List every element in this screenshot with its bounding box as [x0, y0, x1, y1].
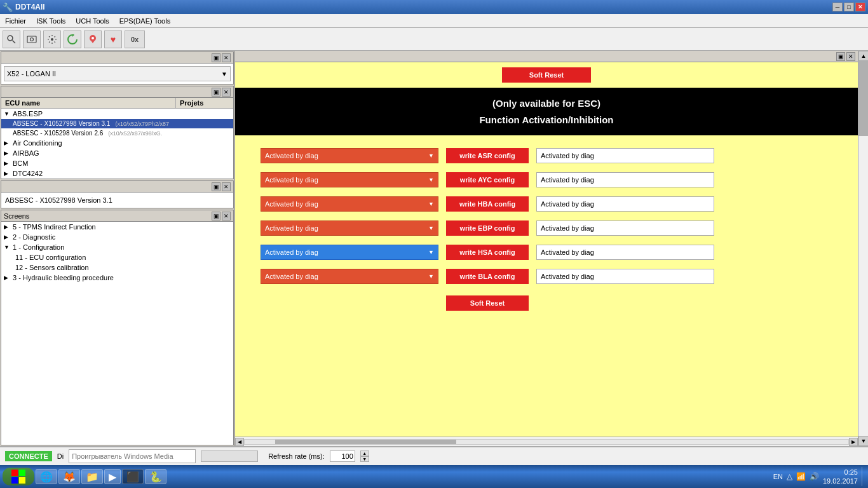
vscroll-down[interactable]: ▼: [858, 436, 868, 446]
asr-dropdown[interactable]: Activated by diag ▼: [261, 148, 438, 163]
main-area: ▣ ✕ X52 - LOGAN II ▼ ▣ ✕: [0, 51, 868, 446]
menu-fichier[interactable]: Fichier: [0, 16, 31, 26]
refresh-label: Refresh rate (ms):: [268, 452, 325, 460]
menu-eps-dae-tools[interactable]: EPS(DAE) Tools: [114, 16, 176, 26]
screen-hydraulic-label: 3 - Hydraulic bleeding procedure: [13, 274, 114, 281]
show-desktop-btn[interactable]: [862, 467, 865, 486]
refresh-down[interactable]: ▼: [360, 456, 369, 462]
refresh-up[interactable]: ▲: [360, 451, 369, 456]
ecu-tree-absesc2-detail: (x10/x52/x87/x98/xG.: [108, 130, 162, 137]
bla-result: Activated by diag: [536, 269, 714, 284]
content-hscroll-thumb[interactable]: [275, 440, 456, 444]
ecu-tree-abs[interactable]: ▼ ABS.ESP: [1, 109, 233, 119]
ecu-tree-absesc1-label: ABSESC - X10527998 Version 3.1: [13, 120, 110, 127]
svg-rect-7: [19, 470, 25, 476]
screen-diag-expand: ▶: [4, 234, 13, 240]
hex-button[interactable]: 0x: [125, 30, 145, 48]
details-panel-close[interactable]: ✕: [222, 182, 231, 191]
ebp-dropdown[interactable]: Activated by diag ▼: [261, 220, 438, 236]
vehicle-panel: ▣ ✕ X52 - LOGAN II ▼: [1, 51, 234, 85]
toolbar: ♥ 0x: [0, 28, 868, 51]
config-row-ayc: Activated by diag ▼ write AYC config Act…: [261, 172, 832, 187]
vehicle-panel-close[interactable]: ✕: [222, 53, 231, 62]
ecu-panel-close[interactable]: ✕: [222, 88, 231, 97]
maximize-button[interactable]: □: [844, 3, 854, 11]
ecu-tree-airbag-label: AIRBAG: [13, 149, 39, 157]
ecu-tree-dtc[interactable]: ▶ DTC4242: [1, 168, 233, 179]
taskbar-firefox[interactable]: 🦊: [58, 469, 80, 484]
ecu-tree-absesc1[interactable]: ABSESC - X10527998 Version 3.1 (x10/x52/…: [1, 119, 233, 128]
write-bla-button[interactable]: write BLA config: [446, 269, 529, 284]
content-scroll-area[interactable]: Soft Reset (Only available for ESC) Func…: [235, 62, 858, 437]
ecu-tree-aircon[interactable]: ▶ Air Conditioning: [1, 138, 233, 148]
write-hsa-button[interactable]: write HSA config: [446, 245, 529, 260]
menu-uch-tools[interactable]: UCH Tools: [71, 16, 114, 26]
taskbar: 🌐 🦊 📁 ▶ ⬛ 🐍 EN △ 📶 🔊 0:25 19.02.2017: [0, 465, 868, 488]
refresh-spinner[interactable]: ▲ ▼: [360, 451, 369, 462]
screen-config[interactable]: ▼ 1 - Configuration: [1, 242, 233, 252]
menu-isk-tools[interactable]: ISK Tools: [31, 16, 71, 26]
ecu-tree-bcm[interactable]: ▶ BCM: [1, 158, 233, 168]
search-button[interactable]: [3, 30, 20, 48]
tray-lang: EN: [773, 473, 783, 480]
write-ebp-button[interactable]: write EBP config: [446, 220, 529, 236]
write-hba-button[interactable]: write HBA config: [446, 196, 529, 212]
screens-header-label: Screens: [4, 212, 29, 220]
vehicle-panel-header: ▣ ✕: [1, 52, 233, 64]
svg-point-0: [8, 36, 13, 41]
content-hscrollbar[interactable]: ◀ ▶: [235, 437, 858, 446]
soft-reset-top-button[interactable]: Soft Reset: [502, 67, 591, 83]
vscroll-up[interactable]: ▲: [858, 51, 868, 61]
hsa-dropdown-label: Activated by diag: [265, 248, 318, 256]
bla-dropdown[interactable]: Activated by diag ▼: [261, 269, 438, 284]
content-hscroll-left[interactable]: ◀: [235, 438, 244, 446]
close-button[interactable]: ✕: [855, 3, 865, 11]
write-asr-button[interactable]: write ASR config: [446, 148, 529, 163]
ecu-tree-absesc2[interactable]: ABSESC - X105298 Version 2.6 (x10/x52/x8…: [1, 128, 233, 138]
expand-icon-bcm: ▶: [4, 160, 13, 166]
screen-sensors-cal[interactable]: 12 - Sensors calibration: [1, 262, 233, 273]
screenshot-button[interactable]: [23, 30, 41, 48]
ecu-tree-airbag[interactable]: ▶ AIRBAG: [1, 148, 233, 158]
vehicle-dropdown[interactable]: X52 - LOGAN II ▼: [4, 66, 231, 81]
taskbar-media[interactable]: ▶: [104, 469, 121, 484]
taskbar-explorer[interactable]: 📁: [81, 469, 103, 484]
right-panel-restore[interactable]: ▣: [836, 52, 845, 61]
content-hscroll-right[interactable]: ▶: [849, 438, 858, 446]
write-ayc-button[interactable]: write AYC config: [446, 172, 529, 187]
settings-button[interactable]: [43, 30, 61, 48]
svg-point-5: [92, 37, 94, 39]
media-player-input[interactable]: [69, 449, 196, 463]
clock-date: 19.02.2017: [823, 477, 858, 485]
vscroll-thumb[interactable]: [858, 61, 868, 136]
screens-panel-restore[interactable]: ▣: [212, 212, 220, 220]
clock-time: 0:25: [823, 468, 858, 477]
screen-tpms[interactable]: ▶ 5 - TPMS Indirect Function: [1, 222, 233, 232]
start-button[interactable]: [3, 468, 34, 485]
screen-hydraulic[interactable]: ▶ 3 - Hydraulic bleeding procedure: [1, 273, 233, 283]
connect-button[interactable]: [84, 30, 102, 48]
hsa-dropdown[interactable]: Activated by diag ▼: [261, 245, 438, 260]
minimize-button[interactable]: ─: [832, 3, 843, 11]
screen-ecu-config[interactable]: 11 - ECU configuration: [1, 252, 233, 262]
screens-panel-close[interactable]: ✕: [222, 212, 231, 220]
taskbar-browser1[interactable]: 🌐: [36, 469, 57, 484]
hba-dropdown[interactable]: Activated by diag ▼: [261, 196, 438, 212]
vehicle-panel-restore[interactable]: ▣: [212, 53, 220, 62]
taskbar-python[interactable]: 🐍: [145, 469, 166, 484]
ayc-dropdown-arrow: ▼: [428, 177, 434, 183]
heart-button[interactable]: ♥: [104, 30, 122, 48]
screen-diag-label: 2 - Diagnostic: [13, 233, 55, 241]
taskbar-cmd[interactable]: ⬛: [122, 469, 144, 484]
right-panel-close[interactable]: ✕: [846, 52, 855, 61]
ayc-dropdown[interactable]: Activated by diag ▼: [261, 172, 438, 187]
ecu-panel-restore[interactable]: ▣: [212, 88, 220, 97]
screen-diag[interactable]: ▶ 2 - Diagnostic: [1, 232, 233, 242]
refresh-value[interactable]: [330, 451, 355, 462]
refresh-button[interactable]: [64, 30, 81, 48]
svg-rect-8: [11, 477, 18, 484]
soft-reset-bottom-button[interactable]: Soft Reset: [446, 295, 529, 311]
expand-icon-aircon: ▶: [4, 140, 13, 146]
details-panel-restore[interactable]: ▣: [212, 182, 220, 191]
expand-icon-abs: ▼: [4, 111, 13, 117]
